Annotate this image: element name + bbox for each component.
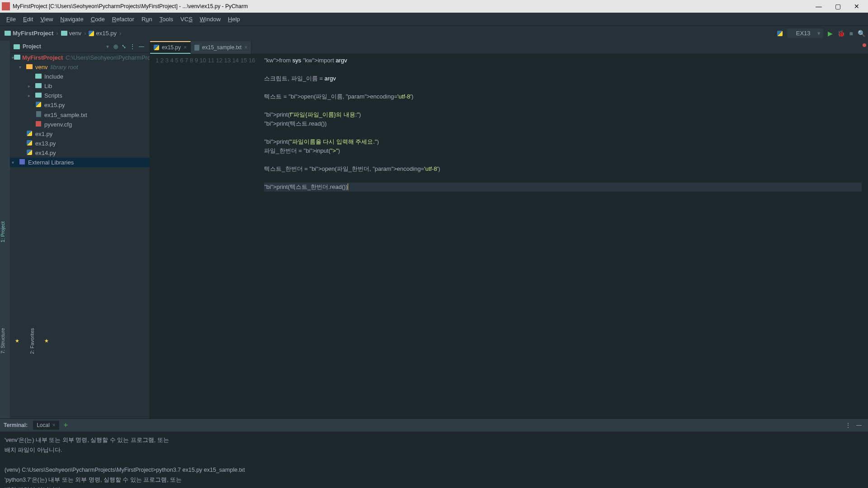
menu-run[interactable]: Run <box>138 14 156 24</box>
search-everywhere-button[interactable]: 🔍 <box>858 30 865 37</box>
folder-icon <box>35 93 42 98</box>
close-button[interactable]: ✕ <box>847 3 866 10</box>
project-tool-window: Project ▾ ◎ ⤡ ⋮ — ▾ MyFirstProject C:\Us… <box>10 41 150 418</box>
menu-tools[interactable]: Tools <box>156 14 177 24</box>
tree-label: ex14.py <box>35 150 56 156</box>
python-file-icon <box>89 31 94 36</box>
config-file-icon <box>36 121 41 127</box>
project-tool-header: Project ▾ ◎ ⤡ ⋮ — <box>10 41 150 53</box>
python-file-icon <box>27 140 32 145</box>
navigation-bar: MyFirstProject › venv › ex15.py › EX13 ▶… <box>0 25 868 41</box>
terminal-title: Terminal: <box>4 422 28 428</box>
tree-label: Scripts <box>44 92 62 99</box>
python-icon <box>777 31 783 36</box>
menu-file[interactable]: File <box>3 14 19 24</box>
debug-button[interactable]: 🐞 <box>837 30 845 37</box>
folder-icon <box>14 55 20 60</box>
breadcrumb-venv[interactable]: venv <box>59 30 83 37</box>
project-tree[interactable]: ▾ MyFirstProject C:\Users\Seohyeon\Pycha… <box>10 53 150 418</box>
terminal-tool-window: Terminal: Local × + ⋮ — 'venv'은(는) 내부 또는… <box>0 418 868 488</box>
tree-file-ex15-sample-txt[interactable]: ex15_sample.txt <box>10 110 150 120</box>
terminal-header: Terminal: Local × + ⋮ — <box>0 419 868 432</box>
chevron-right-icon: › <box>83 30 87 37</box>
chevron-right-icon: › <box>55 30 59 37</box>
tree-label: ex15_sample.txt <box>44 112 87 118</box>
tree-file-ex15-py[interactable]: ex15.py <box>10 100 150 110</box>
tree-file-ex13-py[interactable]: ex13.py <box>10 139 150 148</box>
menu-refactor[interactable]: Refactor <box>108 14 138 24</box>
menu-help[interactable]: Help <box>224 14 244 24</box>
tree-label: ex15.py <box>44 102 65 108</box>
window-title: MyFirstProject [C:\Users\Seohyeon\Pychar… <box>13 3 809 9</box>
hide-terminal-button[interactable]: — <box>854 422 864 428</box>
run-config-area: EX13 ▶ 🐞 ■ 🔍 <box>777 28 865 38</box>
tree-external-libraries[interactable]: ▾ External Libraries <box>10 158 150 167</box>
new-terminal-button[interactable]: + <box>59 421 72 429</box>
chevron-down-icon[interactable]: ▾ <box>104 43 112 50</box>
breadcrumb-part: venv <box>69 30 81 37</box>
tab-ex15-sample-txt[interactable]: ex15_sample.txt × <box>191 41 251 54</box>
editor-area: ex15.py × ex15_sample.txt × 1 2 3 4 5 6 … <box>150 41 868 418</box>
maximize-button[interactable]: ▢ <box>828 3 847 10</box>
menu-navigate[interactable]: Navigate <box>57 14 87 24</box>
stop-button[interactable]: ■ <box>849 30 853 37</box>
toolwindow-favorites-tab[interactable]: 2: Favorites <box>29 328 35 354</box>
close-tab-icon[interactable]: × <box>244 44 247 51</box>
breadcrumb-file[interactable]: ex15.py <box>87 30 118 37</box>
breadcrumb-project-name: MyFirstProject <box>13 30 53 37</box>
left-tool-strip: 1: Project <box>0 41 10 418</box>
toolwindow-project-tab[interactable]: 1: Project <box>0 221 5 242</box>
tree-dir-scripts[interactable]: ▸ Scripts <box>10 91 150 100</box>
libraries-icon <box>19 159 25 164</box>
folder-icon <box>5 31 11 36</box>
menu-view[interactable]: View <box>37 14 57 24</box>
menu-code[interactable]: Code <box>87 14 108 24</box>
close-tab-icon[interactable]: × <box>184 44 187 51</box>
tree-label: External Libraries <box>28 159 74 166</box>
folder-icon <box>14 44 20 49</box>
breadcrumb-project[interactable]: MyFirstProject <box>3 30 55 37</box>
tree-root-name: MyFirstProject <box>22 54 63 61</box>
tab-ex15-py[interactable]: ex15.py × <box>150 41 191 54</box>
menu-bar: File Edit View Navigate Code Refactor Ru… <box>0 13 868 25</box>
tree-file-ex14-py[interactable]: ex14.py <box>10 148 150 158</box>
tree-label: pyvenv.cfg <box>44 121 72 128</box>
terminal-tab-label: Local <box>37 422 50 428</box>
tree-venv-name: venv <box>35 64 47 70</box>
tree-file-ex1-py[interactable]: ex1.py <box>10 129 150 139</box>
collapse-all-icon[interactable]: ⤡ <box>120 43 128 50</box>
tree-venv[interactable]: ▾ venv library root <box>10 62 150 72</box>
terminal-options-icon[interactable]: ⋮ <box>843 422 854 428</box>
close-icon[interactable]: × <box>52 422 56 428</box>
error-stripe[interactable] <box>862 54 868 418</box>
settings-icon[interactable]: ⋮ <box>128 43 137 50</box>
tree-label: ex13.py <box>35 140 56 147</box>
locate-icon[interactable]: ◎ <box>112 43 120 50</box>
tree-file-pyvenv-cfg[interactable]: pyvenv.cfg <box>10 120 150 129</box>
menu-edit[interactable]: Edit <box>19 14 37 24</box>
python-file-icon <box>36 102 41 107</box>
menu-window[interactable]: Window <box>196 14 224 24</box>
toolwindow-structure-tab[interactable]: 7: Structure <box>0 328 5 354</box>
tree-dir-include[interactable]: Include <box>10 72 150 81</box>
menu-vcs[interactable]: VCS <box>177 14 196 24</box>
python-file-icon <box>154 45 159 50</box>
tree-project-root[interactable]: ▾ MyFirstProject C:\Users\Seohyeon\Pycha… <box>10 53 150 62</box>
text-file-icon <box>36 111 41 117</box>
window-titlebar: MyFirstProject [C:\Users\Seohyeon\Pychar… <box>0 0 868 13</box>
terminal-output[interactable]: 'venv'은(는) 내부 또는 외부 명령, 실행할 수 있는 프로그램, 또… <box>0 432 868 488</box>
tree-root-path: C:\Users\Seohyeon\PycharmProjects\MyFirs… <box>66 54 150 61</box>
run-config-selector[interactable]: EX13 <box>787 28 823 38</box>
run-config-name: EX13 <box>796 30 811 37</box>
breadcrumb-part: ex15.py <box>96 30 117 37</box>
text-file-icon <box>194 45 199 51</box>
hide-button[interactable]: — <box>137 43 146 50</box>
minimize-button[interactable]: — <box>809 3 828 10</box>
code-content[interactable]: "kw">from sys "kw">import argv 스크립트, 파일_… <box>259 54 862 418</box>
editor-tabs: ex15.py × ex15_sample.txt × <box>150 41 868 54</box>
code-editor[interactable]: 1 2 3 4 5 6 7 8 9 10 11 12 13 14 15 16 "… <box>150 54 868 418</box>
folder-icon <box>35 74 42 79</box>
run-button[interactable]: ▶ <box>828 30 833 37</box>
terminal-tab-local[interactable]: Local × <box>33 421 59 430</box>
tree-dir-lib[interactable]: ▸ Lib <box>10 81 150 91</box>
